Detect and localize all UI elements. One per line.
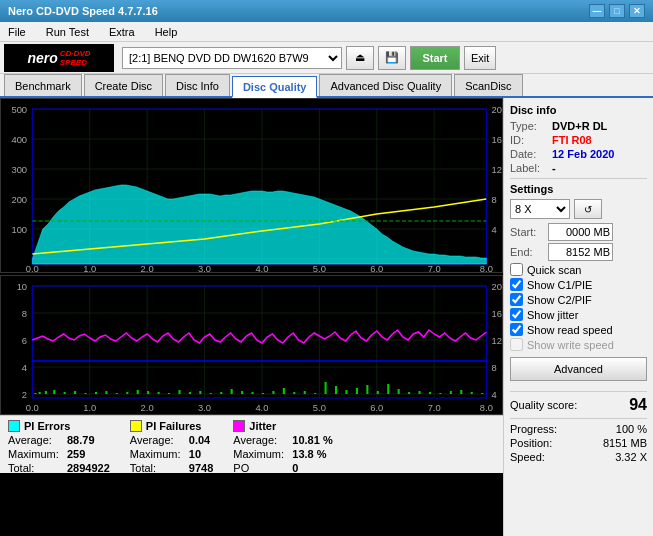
tab-disc-info[interactable]: Disc Info <box>165 74 230 96</box>
svg-rect-51 <box>39 392 41 394</box>
disc-date-val: 12 Feb 2020 <box>552 148 614 160</box>
start-input[interactable] <box>548 223 613 241</box>
svg-text:1.0: 1.0 <box>83 264 96 273</box>
jitter-checkbox[interactable] <box>510 308 523 321</box>
quick-scan-row: Quick scan <box>510 263 647 276</box>
pi-failures-max-label: Maximum: <box>130 448 185 460</box>
svg-rect-73 <box>262 393 264 394</box>
drive-select[interactable]: [2:1] BENQ DVD DD DW1620 B7W9 <box>122 47 342 69</box>
svg-rect-89 <box>429 392 431 394</box>
c1pie-row: Show C1/PIE <box>510 278 647 291</box>
jitter-avg-label: Average: <box>233 434 288 446</box>
write-speed-checkbox <box>510 338 523 351</box>
pi-errors-color <box>8 420 20 432</box>
disc-label-label: Label: <box>510 162 552 174</box>
tabs: Benchmark Create Disc Disc Info Disc Qua… <box>0 74 653 98</box>
svg-text:0.0: 0.0 <box>26 403 39 413</box>
svg-rect-74 <box>272 391 274 394</box>
svg-text:500: 500 <box>11 105 27 115</box>
pi-failures-avg-val: 0.04 <box>189 434 210 446</box>
disc-id-val: FTI R08 <box>552 134 592 146</box>
quick-scan-label: Quick scan <box>527 264 581 276</box>
svg-rect-68 <box>210 393 212 394</box>
menu-file[interactable]: File <box>4 24 30 40</box>
svg-rect-82 <box>356 388 358 394</box>
menu-run-test[interactable]: Run Test <box>42 24 93 40</box>
jitter-label: Show jitter <box>527 309 578 321</box>
svg-rect-87 <box>408 392 410 394</box>
svg-text:6: 6 <box>22 336 27 346</box>
write-speed-label: Show write speed <box>527 339 614 351</box>
svg-text:100: 100 <box>11 225 27 235</box>
svg-text:1.0: 1.0 <box>83 403 96 413</box>
tab-disc-quality[interactable]: Disc Quality <box>232 76 318 98</box>
jitter-legend: Jitter Average: 10.81 % Maximum: 13.8 % … <box>233 420 332 469</box>
end-label: End: <box>510 246 544 258</box>
quality-score-row: Quality score: 94 <box>510 396 647 414</box>
tab-scan-disc[interactable]: ScanDisc <box>454 74 522 96</box>
tab-advanced-disc-quality[interactable]: Advanced Disc Quality <box>319 74 452 96</box>
svg-text:3.0: 3.0 <box>198 264 211 273</box>
pi-errors-title: PI Errors <box>24 420 70 432</box>
nero-logo: nero CD·DVDSPEED <box>4 44 114 72</box>
minimize-button[interactable]: — <box>589 4 605 18</box>
quick-scan-checkbox[interactable] <box>510 263 523 276</box>
disc-label-val: - <box>552 162 556 174</box>
svg-rect-60 <box>126 392 128 394</box>
disc-type-row: Type: DVD+R DL <box>510 120 647 132</box>
svg-text:5.0: 5.0 <box>313 403 326 413</box>
c1pie-checkbox[interactable] <box>510 278 523 291</box>
menu-help[interactable]: Help <box>151 24 182 40</box>
svg-text:2.0: 2.0 <box>141 264 154 273</box>
end-input[interactable] <box>548 243 613 261</box>
svg-text:16: 16 <box>492 309 502 319</box>
svg-text:6.0: 6.0 <box>370 264 383 273</box>
save-button[interactable]: 💾 <box>378 46 406 70</box>
disc-info-title: Disc info <box>510 104 647 116</box>
svg-text:20: 20 <box>492 105 502 115</box>
exit-button[interactable]: Exit <box>464 46 496 70</box>
pi-failures-color <box>130 420 142 432</box>
progress-row: Progress: 100 % <box>510 423 647 435</box>
start-row: Start: <box>510 223 647 241</box>
c2pif-label: Show C2/PIF <box>527 294 592 306</box>
svg-text:8: 8 <box>22 309 27 319</box>
c2pif-row: Show C2/PIF <box>510 293 647 306</box>
svg-text:4: 4 <box>492 390 497 400</box>
jitter-color <box>233 420 245 432</box>
tab-benchmark[interactable]: Benchmark <box>4 74 82 96</box>
svg-text:3.0: 3.0 <box>198 403 211 413</box>
svg-text:12: 12 <box>492 336 502 346</box>
advanced-button[interactable]: Advanced <box>510 357 647 381</box>
right-panel: Disc info Type: DVD+R DL ID: FTI R08 Dat… <box>503 98 653 536</box>
svg-rect-55 <box>74 391 76 394</box>
settings-title: Settings <box>510 183 647 195</box>
close-button[interactable]: ✕ <box>629 4 645 18</box>
position-value: 8151 MB <box>603 437 647 449</box>
charts-container: 500 400 300 200 100 20 16 12 8 4 0.0 1.0… <box>0 98 503 536</box>
menu-extra[interactable]: Extra <box>105 24 139 40</box>
legend-bar: PI Errors Average: 88.79 Maximum: 259 To… <box>0 415 503 473</box>
svg-text:7.0: 7.0 <box>428 264 441 273</box>
svg-rect-50 <box>34 393 36 394</box>
refresh-button[interactable]: ↺ <box>574 199 602 219</box>
pi-failures-avg-label: Average: <box>130 434 185 446</box>
disc-type-label: Type: <box>510 120 552 132</box>
svg-text:5.0: 5.0 <box>313 264 326 273</box>
chart-bottom: 10 8 6 4 2 20 16 12 8 4 0.0 1.0 2.0 3.0 … <box>0 275 503 415</box>
pi-failures-title: PI Failures <box>146 420 202 432</box>
speed-select[interactable]: 8 X 4 X 2 X MAX <box>510 199 570 219</box>
start-button[interactable]: Start <box>410 46 460 70</box>
c2pif-checkbox[interactable] <box>510 293 523 306</box>
svg-rect-70 <box>231 389 233 394</box>
maximize-button[interactable]: □ <box>609 4 625 18</box>
menu-bar: File Run Test Extra Help <box>0 22 653 42</box>
svg-rect-62 <box>147 391 149 394</box>
svg-text:10: 10 <box>17 282 27 292</box>
divider-3 <box>510 418 647 419</box>
eject-button[interactable]: ⏏ <box>346 46 374 70</box>
tab-create-disc[interactable]: Create Disc <box>84 74 163 96</box>
svg-rect-81 <box>345 390 347 394</box>
svg-rect-64 <box>168 393 170 394</box>
read-speed-checkbox[interactable] <box>510 323 523 336</box>
